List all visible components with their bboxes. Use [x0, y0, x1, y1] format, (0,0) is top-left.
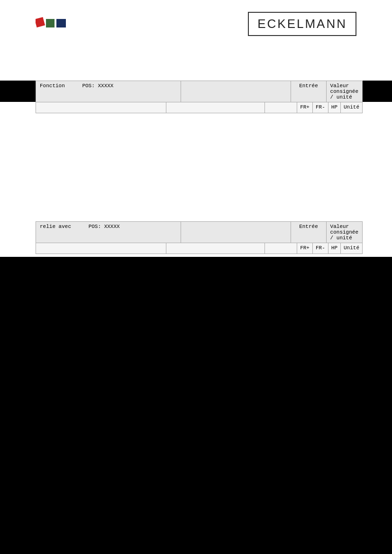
table1-fr-plus: FR+	[297, 102, 313, 113]
table-block-2: relie avec POS: XXXXX Entrée Valeur cons…	[36, 221, 363, 254]
table1-sub-col2	[166, 102, 265, 113]
table1-col2-header	[181, 81, 291, 102]
svg-rect-2	[56, 19, 66, 27]
table2-pos-label: POS: XXXXX	[89, 224, 120, 229]
table-block-1: Fonction POS: XXXXX Entrée Valeur consig…	[36, 81, 363, 113]
eckelmann-logo-text: ECKELMANN	[257, 17, 347, 31]
table2-col1-header: relie avec POS: XXXXX	[36, 222, 181, 243]
table2-col4-header: Valeur consignée / unité	[327, 222, 362, 243]
table2-sub-col2	[166, 243, 265, 254]
table2-valeur-label: Valeur consignée / unité	[330, 224, 358, 241]
svg-rect-0	[36, 17, 45, 27]
table2-col3-header: Entrée	[291, 222, 326, 243]
table2-header-row: relie avec POS: XXXXX Entrée Valeur cons…	[36, 222, 362, 243]
table1-col3-header: Entrée	[291, 81, 326, 102]
table1-header-row: Fonction POS: XXXXX Entrée Valeur consig…	[36, 81, 362, 102]
table2-relie-label: relie avec	[40, 224, 71, 229]
table1-valeur-label: Valeur consignée / unité	[330, 83, 358, 100]
header: ECKELMANN	[0, 0, 392, 47]
svg-rect-1	[46, 19, 55, 27]
table1-fonction-label: Fonction	[40, 83, 65, 89]
table2-fr-minus: FR-	[313, 243, 328, 254]
table2-col2-header	[181, 222, 291, 243]
table1-fr-minus: FR-	[313, 102, 328, 113]
logo-left	[36, 14, 66, 33]
logo-squares-icon	[36, 14, 66, 33]
table1-sub-row: FR+ FR- HP Unité	[36, 102, 362, 113]
table1-entree-label: Entrée	[299, 83, 318, 89]
table1-hp: HP	[328, 102, 341, 113]
table2-sub-col3	[265, 243, 297, 254]
header-bottom-white	[0, 47, 392, 81]
table1-unite: Unité	[341, 102, 362, 113]
eckelmann-logo: ECKELMANN	[248, 12, 356, 36]
table1-col1-header: Fonction POS: XXXXX	[36, 81, 181, 102]
table1-col4-header: Valeur consignée / unité	[327, 81, 362, 102]
table2-sub-col1	[36, 243, 166, 254]
table2-unite: Unité	[341, 243, 362, 254]
table2-valeur-group: FR+ FR- HP Unité	[297, 243, 362, 254]
table1-pos-label: POS: XXXXX	[82, 83, 113, 89]
table2-hp: HP	[328, 243, 341, 254]
page: ECKELMANN Fonction POS: XXXXX Entrée Val…	[0, 0, 392, 554]
table1-sub-col3	[265, 102, 297, 113]
table2-entree-label: Entrée	[299, 224, 318, 229]
table2-fr-plus: FR+	[297, 243, 313, 254]
table1-valeur-group: FR+ FR- HP Unité	[297, 102, 362, 113]
between-tables-white	[0, 102, 392, 221]
table1-sub-col1	[36, 102, 166, 113]
table2-sub-row: FR+ FR- HP Unité	[36, 243, 362, 254]
